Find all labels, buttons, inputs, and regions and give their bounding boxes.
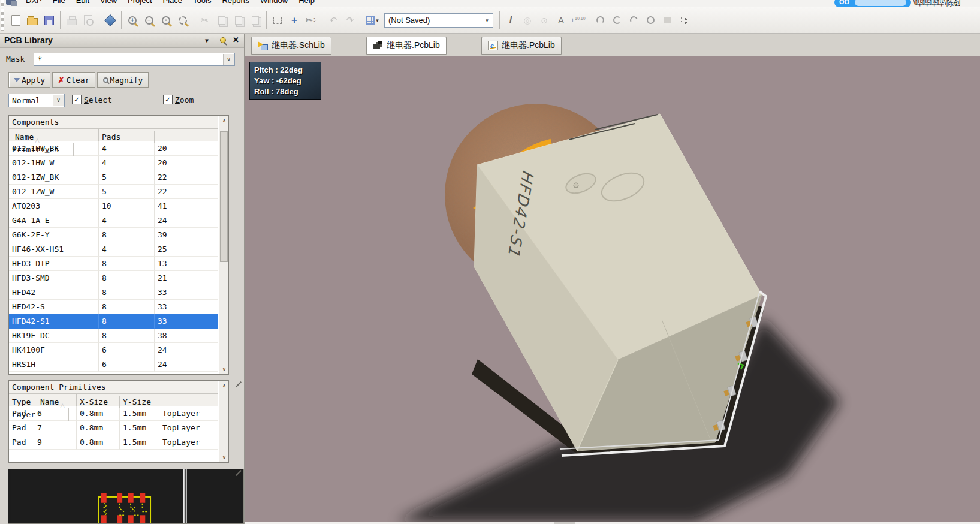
column-header-pads[interactable]: Pads: [99, 131, 155, 143]
apply-button[interactable]: Apply: [8, 72, 50, 88]
scrollbar-thumb[interactable]: [554, 522, 575, 524]
pcb-3d-viewport[interactable]: HFD42-S1 Pitch : 22deg Yaw : -62deg Roll…: [245, 56, 980, 522]
menu-reports[interactable]: Reports: [216, 0, 255, 5]
magnify-button[interactable]: Magnify: [97, 72, 149, 88]
array-button[interactable]: [676, 13, 692, 28]
menu-file[interactable]: File: [47, 0, 71, 5]
component-row[interactable]: HF46-XX-HS1425: [9, 242, 218, 257]
scroll-down-icon[interactable]: ∨: [219, 453, 229, 462]
arc-edge-button[interactable]: [592, 13, 608, 28]
select-rect-button[interactable]: [270, 13, 285, 28]
component-row[interactable]: HFD42-S1833: [9, 314, 218, 329]
zoom-document-button[interactable]: ▫: [158, 13, 174, 28]
scroll-down-icon[interactable]: ∨: [219, 365, 229, 374]
save-button[interactable]: [41, 13, 57, 28]
chevron-down-icon[interactable]: ▾: [483, 15, 491, 26]
menu-edit[interactable]: Edit: [71, 0, 95, 5]
menu-dxp[interactable]: DXP: [20, 0, 47, 5]
pin-icon[interactable]: [219, 37, 227, 44]
column-header-primitives[interactable]: Primitives: [9, 143, 74, 156]
select-checkbox[interactable]: ✓ Select: [72, 95, 112, 104]
column-header-name[interactable]: Name△: [34, 394, 77, 406]
mask-input[interactable]: * ∨: [34, 53, 235, 66]
component-row[interactable]: G4A-1A-E424: [9, 213, 218, 228]
view-mode-select[interactable]: Normal ∨: [8, 94, 65, 107]
coordinate-button[interactable]: +10,10: [570, 13, 586, 28]
tab-1-继电器.SchLib[interactable]: 继电器.SchLib: [251, 37, 331, 55]
cut-button[interactable]: ✂: [197, 13, 213, 28]
menu-project[interactable]: Project: [122, 0, 157, 5]
arc-center-button[interactable]: [609, 13, 625, 28]
component-row[interactable]: 012-1ZW_BK522: [9, 170, 218, 185]
column-header-layer[interactable]: Layer: [9, 408, 69, 421]
component-row[interactable]: HFD42-S833: [9, 300, 218, 314]
panel-header: PCB Library ▼ ✕: [0, 34, 244, 48]
string-button[interactable]: A: [553, 13, 569, 28]
components-scrollbar[interactable]: ∧ ∨: [219, 116, 228, 374]
horizontal-scrollbar[interactable]: [245, 522, 980, 524]
full-circle-button[interactable]: [643, 13, 658, 28]
zoom-out-button[interactable]: −: [141, 13, 157, 28]
column-header-type[interactable]: Type: [9, 396, 34, 408]
print-preview-button[interactable]: [80, 13, 96, 28]
component-row[interactable]: HFD3-SMD821: [9, 271, 218, 285]
chevron-down-icon[interactable]: ▾: [376, 17, 379, 23]
grid-preset-select[interactable]: (Not Saved)▾: [384, 13, 493, 28]
primitive-row[interactable]: Pad90.8mm1.5mmTopLayer: [9, 435, 218, 450]
clear-button[interactable]: ✗ Clear: [52, 72, 95, 88]
menu-view[interactable]: View: [95, 0, 122, 5]
component-row[interactable]: G6K-2F-Y839: [9, 228, 218, 242]
chevron-down-icon[interactable]: ∨: [53, 95, 64, 106]
close-icon[interactable]: ✕: [233, 35, 239, 44]
line-button[interactable]: /: [503, 13, 518, 28]
fill-rect-button[interactable]: [659, 13, 675, 28]
column-header-xsize[interactable]: X-Size: [77, 396, 120, 408]
tab-3-继电器.PcbLib[interactable]: 继电器.PcbLib: [481, 37, 562, 55]
menu-help[interactable]: Help: [293, 0, 320, 5]
scrollbar-thumb[interactable]: [220, 131, 228, 262]
pad-button[interactable]: ◎: [520, 13, 535, 28]
primitive-row[interactable]: Pad70.8mm1.5mmTopLayer: [9, 421, 218, 435]
new-button[interactable]: [8, 13, 23, 28]
chevron-down-icon[interactable]: ∨: [223, 54, 234, 65]
panel-menu-icon[interactable]: ▼: [205, 37, 209, 44]
scroll-up-icon[interactable]: ∧: [219, 116, 229, 125]
recording-overlay[interactable]: OO: [834, 0, 911, 7]
paste-button[interactable]: [231, 13, 246, 28]
paste-special-button[interactable]: [248, 13, 263, 28]
component-row[interactable]: 012-1ZW_W522: [9, 185, 218, 199]
recording-button[interactable]: [855, 0, 906, 6]
zoom-in-button[interactable]: +: [125, 13, 140, 28]
component-row[interactable]: HFD42833: [9, 285, 218, 300]
menu-tools[interactable]: Tools: [188, 0, 216, 5]
menu-place[interactable]: Place: [158, 0, 188, 5]
component-row[interactable]: HRS1H624: [9, 357, 218, 372]
open-button[interactable]: [25, 13, 40, 28]
copy-button[interactable]: [214, 13, 230, 28]
column-header-name[interactable]: Name△: [9, 129, 99, 141]
redo-button[interactable]: ↷: [342, 13, 358, 28]
print-button[interactable]: [64, 13, 79, 28]
arc-any-button[interactable]: [626, 13, 641, 28]
component-row[interactable]: HK4100F624: [9, 343, 218, 357]
via-button[interactable]: ⊙: [536, 13, 552, 28]
component-row[interactable]: HK19F-DC838: [9, 329, 218, 343]
menu-window[interactable]: Window: [255, 0, 293, 5]
3d-scene[interactable]: HFD42-S1: [245, 56, 980, 522]
view-3d-button[interactable]: [102, 13, 118, 28]
primitives-scrollbar[interactable]: ∧ ∨: [219, 381, 228, 462]
break-track-button[interactable]: ✂⁘: [303, 13, 319, 28]
recording-badge: OO: [839, 0, 849, 5]
component-row[interactable]: HFD3-DIP813: [9, 257, 218, 271]
zoom-area-button[interactable]: [175, 13, 191, 28]
grid-button[interactable]: ▾: [364, 13, 380, 28]
component-row[interactable]: 012-1HW_W420: [9, 156, 218, 170]
zoom-checkbox[interactable]: ✓ Zoom: [163, 95, 194, 104]
splitter-grip[interactable]: [236, 381, 242, 387]
move-button[interactable]: +: [287, 13, 302, 28]
tab-2-继电器.PcbLib[interactable]: 继电器.PcbLib: [366, 37, 447, 55]
undo-button[interactable]: ↶: [325, 13, 341, 28]
column-header-ysize[interactable]: Y-Size: [120, 396, 159, 408]
scroll-up-icon[interactable]: ∧: [219, 381, 229, 390]
component-row[interactable]: ATQ2031041: [9, 199, 218, 213]
